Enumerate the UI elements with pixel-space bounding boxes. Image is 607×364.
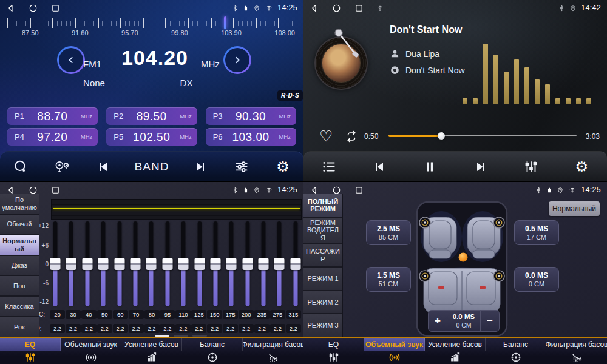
q-value: 2.2 xyxy=(223,324,238,333)
broadcast-icon[interactable] xyxy=(52,159,72,175)
album-name: Don't Start Now xyxy=(405,66,465,75)
eq-band-slider[interactable] xyxy=(258,220,269,308)
eq-tab-icon xyxy=(304,351,364,364)
tab-balance[interactable]: Баланс xyxy=(182,338,243,364)
mode-1[interactable]: РЕЖИМ 1 xyxy=(304,268,342,291)
tune-up-button[interactable] xyxy=(223,46,251,74)
tonearm-icon xyxy=(333,27,362,59)
eq-band-slider[interactable] xyxy=(274,220,285,308)
mode-driver[interactable]: РЕЖИМ ВОДИТЕЛЯ xyxy=(304,218,342,244)
eq-band-slider[interactable] xyxy=(162,220,173,308)
q-value: 2.2 xyxy=(97,324,112,333)
home-icon[interactable] xyxy=(332,186,341,195)
eq-band-slider[interactable] xyxy=(210,220,221,308)
recents-icon[interactable] xyxy=(51,186,60,195)
home-icon[interactable] xyxy=(29,4,38,13)
home-icon[interactable] xyxy=(29,186,38,195)
next-icon[interactable] xyxy=(470,160,491,174)
preset-button-1[interactable]: P188.70MHz xyxy=(7,107,98,125)
eq-band-slider[interactable] xyxy=(242,220,253,308)
profile-button[interactable]: Нормальный xyxy=(549,201,600,216)
scan-icon[interactable] xyxy=(10,159,31,175)
pause-icon[interactable] xyxy=(419,160,440,174)
eq-band-slider[interactable] xyxy=(226,220,237,308)
eq-vertical-sliders-icon[interactable] xyxy=(521,159,541,175)
location-icon xyxy=(557,186,564,194)
preset-jazz[interactable]: Джаз xyxy=(0,256,39,277)
previous-icon[interactable] xyxy=(369,160,390,174)
eq-band-slider[interactable] xyxy=(290,220,301,308)
visualizer-bar xyxy=(535,79,540,104)
frequency-pointer xyxy=(224,16,226,29)
eq-band-slider[interactable] xyxy=(178,220,189,308)
repeat-icon[interactable] xyxy=(344,129,359,146)
preset-custom[interactable]: Обычай xyxy=(0,215,39,235)
eq-band-slider[interactable] xyxy=(130,220,141,308)
preset-button-3[interactable]: P390.30MHz xyxy=(206,107,296,125)
eq-band-slider[interactable] xyxy=(66,220,76,308)
recents-icon[interactable] xyxy=(354,186,364,195)
balance-tab-icon xyxy=(486,351,546,364)
settings-gear-icon[interactable]: ⚙ xyxy=(273,158,293,175)
preset-button-5[interactable]: P5102.50MHz xyxy=(106,128,197,146)
decrease-button[interactable]: − xyxy=(480,311,499,331)
tab-filter[interactable]: Фильтрация басов xyxy=(546,338,607,364)
mode-passenger[interactable]: ПАССАЖИР xyxy=(304,244,342,268)
delay-rear-left-button[interactable]: 1.5 MS 51 CM xyxy=(366,267,411,292)
q-row: Q: 2.22.22.22.22.22.22.22.22.22.22.22.22… xyxy=(35,323,301,334)
seek-thumb[interactable] xyxy=(438,132,445,140)
delay-front-right-button[interactable]: 0.5 MS 17 CM xyxy=(514,220,559,245)
tab-filter[interactable]: Фильтрация басов xyxy=(243,338,304,364)
preset-normal-selected[interactable]: Нормальный xyxy=(0,235,39,256)
eq-sliders-icon[interactable] xyxy=(231,159,252,175)
back-icon[interactable] xyxy=(310,4,319,13)
surround-tab-icon xyxy=(61,351,121,364)
settings-gear-icon[interactable]: ⚙ xyxy=(571,158,592,175)
eq-band-slider[interactable] xyxy=(98,220,109,308)
tab-surround[interactable]: Объёмный звук xyxy=(364,338,425,364)
mode-3[interactable]: РЕЖИМ 3 xyxy=(304,314,342,338)
eq-band-slider[interactable] xyxy=(50,220,61,308)
increase-button[interactable]: + xyxy=(429,311,447,331)
next-icon[interactable] xyxy=(190,160,211,174)
clock: 14:25 xyxy=(277,4,297,12)
recents-icon[interactable] xyxy=(354,4,364,13)
eq-band-slider[interactable] xyxy=(146,220,157,308)
preset-pop[interactable]: Поп xyxy=(0,276,39,297)
back-icon[interactable] xyxy=(6,4,15,13)
playlist-icon[interactable] xyxy=(319,159,339,175)
preset-button-2[interactable]: P289.50MHz xyxy=(106,107,197,125)
preset-classic[interactable]: Классика xyxy=(0,297,39,317)
recents-icon[interactable] xyxy=(51,4,60,13)
tab-eq[interactable]: EQ xyxy=(0,338,61,364)
back-icon[interactable] xyxy=(6,186,15,195)
eq-band-slider[interactable] xyxy=(114,220,125,308)
back-icon[interactable] xyxy=(310,186,319,195)
mode-2[interactable]: РЕЖИМ 2 xyxy=(304,291,342,315)
visualizer-bar xyxy=(524,67,529,104)
tab-balance[interactable]: Баланс xyxy=(486,338,546,364)
preset-rock[interactable]: Рок xyxy=(0,317,39,338)
tab-eq[interactable]: EQ xyxy=(304,338,364,364)
delay-rear-right-button[interactable]: 0.0 MS 0 CM xyxy=(514,267,559,292)
home-icon[interactable] xyxy=(332,4,341,13)
location-icon xyxy=(253,186,260,194)
eq-statusbar: 14:25 xyxy=(0,182,304,198)
previous-icon[interactable] xyxy=(93,160,114,174)
equalizer-screen: 14:25 По умолчанию Обычай Нормальный Джа… xyxy=(0,182,304,364)
tune-down-button[interactable] xyxy=(57,46,85,74)
bluetooth-icon xyxy=(232,186,239,194)
seek-bar[interactable] xyxy=(388,135,577,136)
favorite-heart-icon[interactable]: ♡ xyxy=(319,127,333,145)
tab-bass-boost[interactable]: Усиление басов xyxy=(121,338,182,364)
eq-band-slider[interactable] xyxy=(82,220,93,308)
band-button[interactable]: BAND xyxy=(135,160,169,174)
frequency-ruler[interactable]: 87.5091.60 95.7099.80 103.90108.00 xyxy=(0,16,304,39)
preset-button-6[interactable]: P6103.00MHz xyxy=(206,128,296,146)
eq-band-slider[interactable] xyxy=(194,220,205,308)
delay-front-left-button[interactable]: 2.5 MS 85 CM xyxy=(366,220,411,245)
tab-surround[interactable]: Объёмный звук xyxy=(61,338,121,364)
preset-button-4[interactable]: P497.20MHz xyxy=(7,128,98,146)
tab-bass-boost[interactable]: Усиление басов xyxy=(425,338,486,364)
visualizer-bar xyxy=(555,98,560,104)
